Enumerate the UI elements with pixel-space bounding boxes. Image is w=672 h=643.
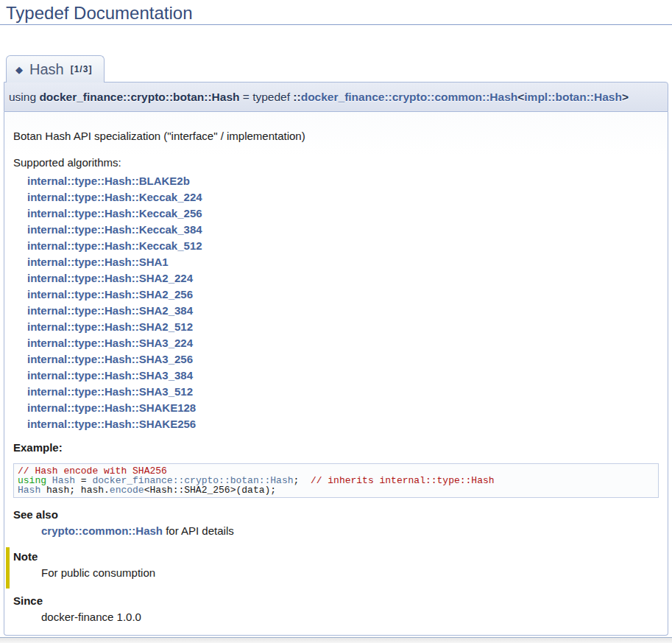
- algorithm-link[interactable]: internal::type::Hash::Keccak_224: [27, 189, 659, 205]
- see-also-section: See also crypto::common::Hash for API de…: [13, 509, 659, 537]
- see-also-suffix: for API details: [163, 524, 234, 537]
- text-segment: ;: [294, 475, 311, 486]
- code-link[interactable]: encode: [110, 485, 144, 496]
- text-segment: >: [622, 91, 629, 103]
- example-label: Example:: [13, 442, 659, 454]
- algorithm-link[interactable]: internal::type::Hash::SHA3_224: [27, 335, 659, 351]
- text-segment: = typedef: [240, 91, 294, 103]
- algorithm-link[interactable]: internal::type::Hash::Keccak_256: [27, 205, 659, 222]
- member-tab: ◆ Hash [1/3]: [6, 55, 105, 82]
- footer-navpath-bar: [0, 637, 672, 643]
- see-also-content: crypto::common::Hash for API details: [41, 525, 659, 537]
- algorithm-link[interactable]: internal::type::Hash::SHA3_384: [27, 368, 659, 384]
- type-link[interactable]: docker_finance::crypto::common::Hash: [301, 91, 518, 103]
- algorithm-link[interactable]: internal::type::Hash::SHA2_384: [27, 303, 659, 319]
- algorithm-link[interactable]: internal::type::Hash::SHA2_256: [27, 287, 659, 303]
- example-section: Example:: [13, 442, 659, 454]
- member-prototype: using docker_finance::crypto::botan::Has…: [4, 82, 668, 112]
- member-name: Hash: [29, 61, 64, 77]
- code-link[interactable]: Hash: [18, 485, 40, 496]
- algorithm-list: internal::type::Hash::BLAKE2b internal::…: [13, 173, 659, 432]
- text-segment: // inherits internal::type::Hash: [311, 475, 495, 486]
- algorithm-link[interactable]: internal::type::Hash::SHA2_512: [27, 319, 659, 335]
- member-doc: Botan Hash API specialization ("interfac…: [4, 112, 668, 636]
- member-brief: Botan Hash API specialization ("interfac…: [13, 130, 659, 142]
- permalink-diamond-icon[interactable]: ◆: [15, 65, 23, 74]
- algorithm-link[interactable]: internal::type::Hash::Keccak_512: [27, 238, 659, 254]
- member-overload-index: [1/3]: [71, 64, 93, 74]
- supported-algorithms-label: Supported algorithms:: [13, 157, 659, 169]
- see-also-label: See also: [13, 509, 659, 521]
- algorithm-link[interactable]: internal::type::Hash::SHA3_256: [27, 351, 659, 368]
- note-section: Note For public consumption: [6, 547, 659, 588]
- text-segment: hash; hash.: [40, 485, 110, 496]
- algorithm-link[interactable]: internal::type::Hash::SHAKE128: [27, 400, 659, 416]
- algorithm-link[interactable]: internal::type::Hash::BLAKE2b: [27, 173, 659, 189]
- text-segment: using: [9, 91, 39, 103]
- page-title: Typedef Documentation: [0, 0, 672, 25]
- since-section: Since docker-finance 1.0.0: [13, 595, 659, 623]
- text-segment: docker_finance::crypto::botan::Hash: [39, 91, 239, 103]
- algorithm-link[interactable]: internal::type::Hash::SHA2_224: [27, 270, 659, 287]
- type-link[interactable]: impl::botan::Hash: [524, 91, 622, 103]
- algorithm-link[interactable]: internal::type::Hash::SHA3_512: [27, 384, 659, 400]
- code-example: // Hash encode with SHA256using Hash = d…: [13, 463, 659, 498]
- text-segment: <Hash::SHA2_256>(data);: [144, 485, 276, 496]
- doxygen-page: Typedef Documentation ◆ Hash [1/3] using…: [0, 0, 672, 643]
- algorithm-link[interactable]: internal::type::Hash::SHA1: [27, 254, 659, 270]
- since-text: docker-finance 1.0.0: [41, 611, 659, 623]
- code-line: Hash hash; hash.encode<Hash::SHA2_256>(d…: [18, 485, 654, 495]
- note-label: Note: [13, 551, 659, 563]
- note-text: For public consumption: [41, 567, 659, 579]
- text-segment: ::: [293, 91, 300, 103]
- algorithm-link[interactable]: internal::type::Hash::SHAKE256: [27, 416, 659, 432]
- see-also-link[interactable]: crypto::common::Hash: [41, 524, 163, 537]
- typedef-member-hash: ◆ Hash [1/3] using docker_finance::crypt…: [4, 55, 668, 636]
- since-label: Since: [13, 595, 659, 607]
- text-segment: <: [517, 91, 524, 103]
- algorithm-link[interactable]: internal::type::Hash::Keccak_384: [27, 222, 659, 238]
